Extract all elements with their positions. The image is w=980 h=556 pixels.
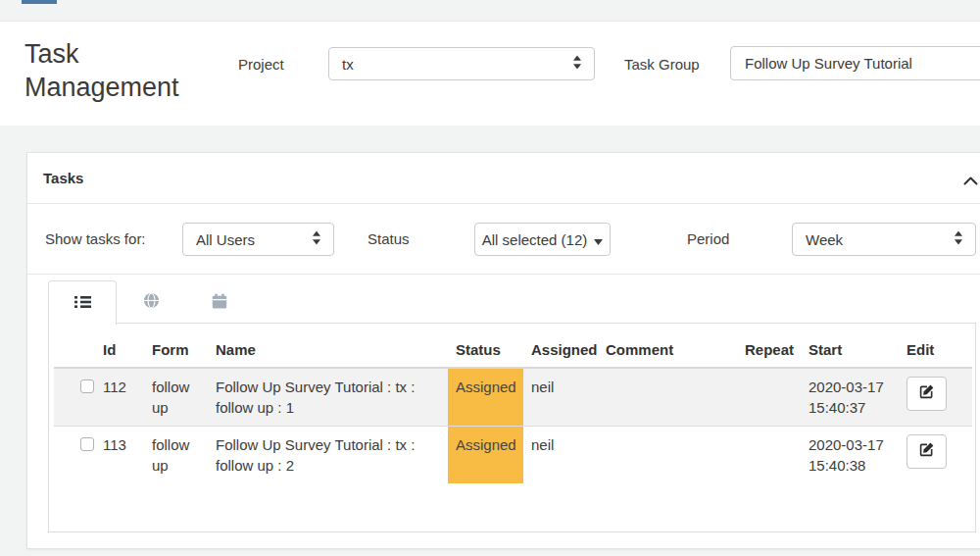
caret-down-icon bbox=[594, 231, 603, 248]
select-updown-icon bbox=[954, 231, 963, 248]
task-comment bbox=[598, 427, 737, 484]
task-group-label: Task Group bbox=[624, 56, 700, 73]
calendar-icon bbox=[212, 293, 227, 312]
edit-task-button[interactable] bbox=[906, 377, 947, 411]
row-checkbox[interactable] bbox=[80, 379, 94, 393]
task-form: follow up bbox=[144, 368, 208, 427]
tasks-panel-header: Tasks bbox=[27, 153, 980, 204]
pencil-square-icon bbox=[919, 383, 934, 404]
col-header-status: Status bbox=[448, 329, 523, 368]
page-title: Task Management bbox=[24, 37, 216, 104]
task-start: 2020-03-17 15:40:38 bbox=[801, 427, 899, 484]
status-badge: Assigned bbox=[448, 427, 523, 484]
users-select-value: All Users bbox=[196, 231, 255, 248]
list-icon bbox=[74, 295, 91, 312]
page-header: Task Management Project tx Task Group Fo… bbox=[0, 21, 980, 126]
edit-task-button[interactable] bbox=[906, 434, 947, 469]
task-name: Follow Up Survey Tutorial : tx : follow … bbox=[208, 368, 448, 427]
col-header-id: Id bbox=[95, 329, 144, 368]
task-assigned: neil bbox=[523, 427, 598, 484]
task-repeat bbox=[737, 368, 801, 427]
tab-list-view[interactable] bbox=[48, 280, 117, 325]
project-select[interactable]: tx bbox=[328, 47, 595, 80]
status-multiselect-button[interactable]: All selected (12) bbox=[474, 223, 611, 256]
task-name: Follow Up Survey Tutorial : tx : follow … bbox=[208, 427, 448, 484]
top-accent-bar bbox=[22, 0, 57, 4]
col-header-start: Start bbox=[801, 329, 899, 368]
status-badge: Assigned bbox=[448, 368, 523, 427]
globe-icon bbox=[143, 292, 160, 312]
pencil-square-icon bbox=[919, 441, 934, 462]
show-tasks-label: Show tasks for: bbox=[45, 230, 146, 247]
project-label: Project bbox=[238, 56, 284, 73]
period-select-value: Week bbox=[806, 231, 843, 248]
status-filter-label: Status bbox=[368, 230, 410, 247]
tasks-panel-title: Tasks bbox=[43, 153, 83, 204]
collapse-chevron-up-icon[interactable] bbox=[963, 172, 980, 187]
tab-map-view[interactable] bbox=[117, 280, 185, 324]
task-id: 112 bbox=[95, 368, 144, 427]
task-comment bbox=[598, 368, 737, 427]
table-row: 112 follow up Follow Up Survey Tutorial … bbox=[54, 368, 972, 427]
col-header-form: Form bbox=[144, 329, 208, 368]
select-updown-icon bbox=[572, 56, 582, 73]
project-select-value: tx bbox=[342, 56, 354, 73]
period-select[interactable]: Week bbox=[792, 223, 976, 256]
tab-calendar-view[interactable] bbox=[185, 280, 254, 324]
task-form: follow up bbox=[144, 427, 208, 484]
status-multiselect-value: All selected (12) bbox=[482, 231, 588, 248]
task-repeat bbox=[737, 427, 801, 484]
task-id: 113 bbox=[95, 427, 144, 484]
table-row: 113 follow up Follow Up Survey Tutorial … bbox=[54, 427, 972, 484]
task-start: 2020-03-17 15:40:37 bbox=[801, 368, 899, 427]
task-assigned: neil bbox=[523, 368, 598, 427]
col-header-repeat: Repeat bbox=[737, 329, 801, 368]
col-header-assigned: Assigned bbox=[523, 329, 598, 368]
select-updown-icon bbox=[312, 231, 321, 248]
col-header-edit: Edit bbox=[899, 329, 972, 368]
table-header-row: Id Form Name Status Assigned Comment Rep… bbox=[54, 329, 972, 368]
task-group-input[interactable]: Follow Up Survey Tutorial bbox=[730, 46, 980, 80]
col-header-name: Name bbox=[208, 329, 448, 368]
period-label: Period bbox=[687, 230, 729, 247]
view-tab-bar bbox=[48, 280, 976, 324]
col-header-comment: Comment bbox=[598, 329, 737, 368]
filter-bar: Show tasks for: All Users Status All sel… bbox=[27, 204, 980, 275]
tasks-table: Id Form Name Status Assigned Comment Rep… bbox=[54, 329, 972, 483]
users-select[interactable]: All Users bbox=[182, 223, 334, 256]
task-views: Id Form Name Status Assigned Comment Rep… bbox=[48, 280, 976, 532]
checkbox-column-header bbox=[54, 329, 95, 368]
task-group-value: Follow Up Survey Tutorial bbox=[745, 55, 912, 72]
tasks-panel: Tasks Show tasks for: All Users Status A… bbox=[26, 152, 980, 549]
task-table-container: Id Form Name Status Assigned Comment Rep… bbox=[48, 324, 976, 532]
row-checkbox[interactable] bbox=[80, 437, 94, 451]
